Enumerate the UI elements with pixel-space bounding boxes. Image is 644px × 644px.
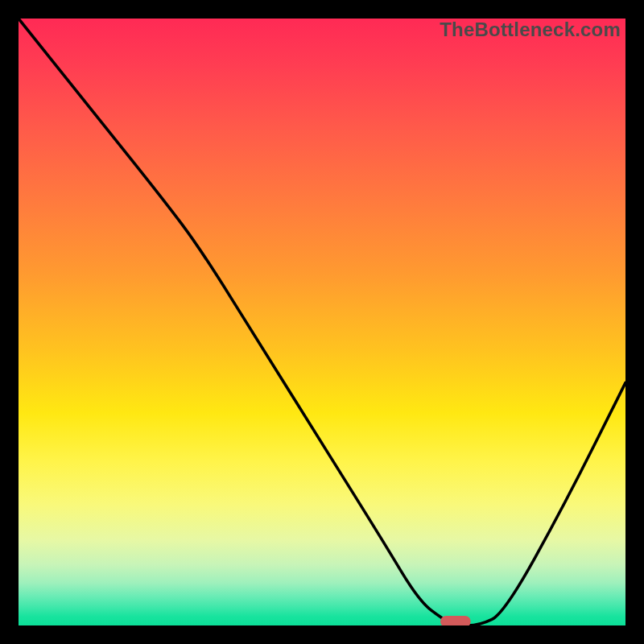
optimal-marker bbox=[440, 616, 471, 625]
bottleneck-curve bbox=[19, 19, 625, 625]
outer-frame: TheBottleneck.com bbox=[0, 0, 644, 644]
plot-area: TheBottleneck.com bbox=[19, 19, 625, 625]
